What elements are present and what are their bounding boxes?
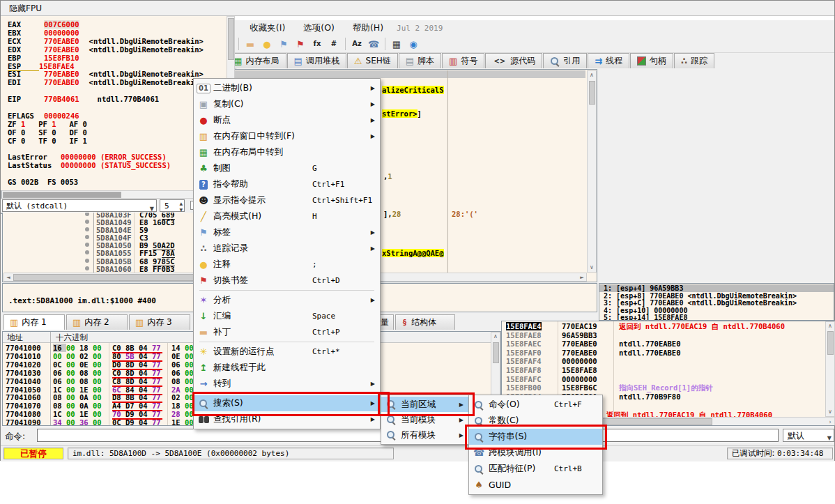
register-line[interactable]: EBP15E8FB10 [1,54,235,62]
toolbar-button-patch-icon[interactable]: ▬ [242,37,259,52]
tab-SEH链[interactable]: ⚠SEH链 [347,53,398,68]
submenu-arrow-icon: ▶ [371,400,375,406]
stack-arg-row[interactable]: 5: [esp+14] 15E8FAE8 [599,314,834,321]
menu-item-trace-record[interactable]: ∴追踪记录▶ [194,240,380,257]
toolbar-button-labels-icon[interactable]: ⚑ [275,37,292,52]
tab-线程[interactable]: ⇉线程 [588,53,629,68]
tab-引用[interactable]: 引用 [543,53,587,68]
tab-结构体[interactable]: §结构体 [395,314,455,330]
menu-item-find-references[interactable]: 查找引用(R)▶ [194,411,380,427]
menu-item-set-new-origin[interactable]: ✳设置新的运行点Ctrl+* [194,344,380,360]
menu-item-goto-in-memory-map[interactable]: ▦在内存布局中转到 [194,144,380,160]
toolbar-button-comments-icon[interactable]: ● [259,37,275,52]
menu-item-label: 二进制(B) [213,82,252,94]
menu-item-constant[interactable]: 常数(C) [469,413,602,429]
toolbar-button-functions-icon[interactable]: fx [309,37,325,52]
register-line[interactable]: ESP15E8FAE4 [1,62,235,70]
stack-row[interactable]: 15E8FAF815E8FAE8 [502,366,835,375]
menu-item-pattern[interactable]: 匹配特征(P)Ctrl+B [469,461,602,477]
menu-item-patch[interactable]: ▬补丁Ctrl+P [194,324,380,340]
tab-源代码[interactable]: <>源代码 [485,53,542,68]
menu-item-binary[interactable]: 01二进制(B)▶ [194,80,380,96]
menu-item-string[interactable]: 字符串(S) [469,429,602,445]
search-module-icon [386,415,396,425]
help-icon: ? [199,180,208,190]
disasm-address[interactable]: 5D8A1060 [96,265,132,273]
tab-调用堆栈[interactable]: ▤调用堆栈 [287,53,346,68]
hide-fpu-button[interactable]: 隐藏FPU [1,1,834,16]
menubar-item[interactable]: 收藏夹(I) [240,20,294,36]
arg-count-spinner[interactable]: 5 ▲▼ [160,199,185,212]
disasm-vscrollbar[interactable]: ∧∨ [587,70,597,273]
toolbar-button-calculator-icon[interactable]: ▦ [388,37,405,52]
command-profile-dropdown[interactable]: 默认 ▼ [783,429,834,442]
menu-item-current-module[interactable]: 当前模块▶ [381,412,468,427]
stack-row[interactable]: 15E8FAE896A59BB3 [502,331,835,340]
menu-item-comment[interactable]: ●注释; [194,257,380,273]
menu-item-toggle-bookmark[interactable]: ⚑切换书签Ctrl+D [194,273,380,289]
menu-item-show-instruction-tips[interactable]: ☻显示指令提示Ctrl+Shift+F1 [194,192,380,208]
tab-符号[interactable]: ▥符号 [442,53,484,68]
menu-item-assemble[interactable]: ↓汇编Space [194,308,380,324]
toolbar-button-phone-icon[interactable]: ☎ [365,37,382,52]
stack-comment: ntdll.770EABE0 [619,339,681,348]
menu-item-label[interactable]: ⚑标签▶ [194,224,380,240]
menu-item-highlight-mode[interactable]: ╱高亮模式(H)H [194,208,380,224]
stack-arg-row[interactable]: 1: [esp+4] 96A59BB3 [599,284,834,292]
register-line[interactable]: ECX770EABE0<ntdll.DbgUiRemoteBreakin> [1,37,235,45]
menu-item-current-region[interactable]: 当前区域▶ [381,397,468,412]
menu-item-guid[interactable]: ♠GUID [469,477,602,493]
menu-item-intermodular-calls[interactable]: ☎跨模块调用(I) [469,445,602,461]
tab-label: 脚本 [418,55,434,67]
menu-item-shortcut: Ctrl+* [312,347,340,356]
menu-item-all-modules[interactable]: 所有模块▶ [381,427,468,443]
stack-row[interactable]: 15E8FAE4770EAC19返回到 ntdll.770EAC19 自 ntd… [502,322,835,331]
stack-vscrollbar[interactable]: ∧ ∨ [825,321,835,417]
disasm-bytes[interactable]: E8 FF0B3 [139,265,175,273]
tab-内存 2[interactable]: ▥内存 2 [66,314,128,330]
stack-arg-row[interactable]: 4: [esp+10] 00000000 [599,307,834,314]
toolbar-button-case-icon[interactable]: Az [348,37,365,52]
column-divider [50,332,51,425]
menu-item-breakpoint[interactable]: ●断点▶ [194,112,380,128]
toolbar-button-globe-icon[interactable]: ◉ [405,37,422,52]
tab-内存 1[interactable]: ▥内存 1 [3,314,65,330]
menubar-item[interactable]: 选项(O) [294,20,344,36]
toolbar-button-hash-icon[interactable]: # [325,37,342,52]
toolbar-button-bookmarks-icon[interactable]: ⚑ [292,37,309,52]
tab-跟踪[interactable]: ∴跟踪 [674,53,714,68]
menubar-item[interactable]: 帮助(H) [344,20,392,36]
menu-item-graph[interactable]: ♣制图G [194,160,380,176]
stack-row[interactable]: 15E8FB0015E8FB6C指向SEH_Record[1]的指针 [502,383,835,392]
tab-label: 源代码 [510,55,535,67]
stack-row[interactable]: 15E8FAF400000000 [502,357,835,366]
menu-item-search[interactable]: 搜索(S)▶ [194,395,380,411]
stack-comment: ntdll.770EABE0 [619,349,681,357]
menu-item-copy[interactable]: ▣复制(C)▶ [194,96,380,112]
stack-row[interactable]: 15E8FAF0770EABE0ntdll.770EABE0 [502,349,835,358]
register-line[interactable]: EAX007C6000 [1,20,235,29]
source-icon: <> [492,57,507,66]
globe-icon: ◉ [409,40,417,49]
stack-row[interactable]: 15E8FAFC00000000 [502,375,835,384]
tab-句柄[interactable]: 句柄 [630,53,673,68]
calling-convention-dropdown[interactable]: 默认 (stdcall) ▼ [2,199,157,212]
menu-item-goto-in-memory-window[interactable]: ▥在内存窗口中转到(F)▶ [194,128,380,144]
menu-item-instruction-help[interactable]: ?指令帮助Ctrl+F1 [194,176,380,192]
menu-item-new-thread-here[interactable]: ↥新建线程于此 [194,360,380,376]
stack-arg-row[interactable]: 2: [esp+8] 770EABE0 <ntdll.DbgUiRemoteBr… [599,292,834,300]
tab-脚本[interactable]: ▤脚本 [399,53,441,68]
menu-item-command[interactable]: 命令(O)Ctrl+F [469,397,602,413]
menu-item-analysis[interactable]: ✶分析▶ [194,292,380,308]
stack-row[interactable]: 15E8FAEC770EABE0ntdll.770EABE0 [502,339,835,349]
tab-内存布局[interactable]: ▦内存布局 [227,53,286,68]
register-line[interactable]: EDX770EABE0<ntdll.DbgUiRemoteBreakin> [1,45,235,54]
arguments-panel[interactable]: 1: [esp+4] 96A59BB3 2: [esp+8] 770EABE0 … [599,283,834,321]
register-line[interactable]: ESI770EABE0<ntdll.DbgUiRemoteBreakin> [1,70,235,78]
spinner-arrows-icon[interactable]: ▲▼ [179,200,183,213]
stack-arg-row[interactable]: 3: [esp+C] 770EABE0 <ntdll.DbgUiRemoteBr… [599,299,834,307]
tab-内存 3[interactable]: ▥内存 3 [129,314,190,330]
register-line[interactable]: EBX00000000 [1,29,235,37]
menu-item-goto[interactable]: →转到▶ [194,376,380,392]
stack-value: 00000000 [562,357,597,365]
